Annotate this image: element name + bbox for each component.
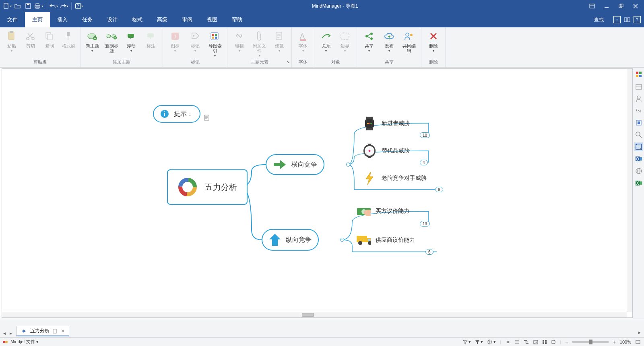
tab-insert[interactable]: 插入 (50, 12, 75, 27)
sp-search-icon[interactable] (634, 130, 643, 139)
delete-button[interactable]: 删除▾ (424, 29, 443, 54)
doc-tab-1[interactable]: 五力分析 ✕ (16, 326, 69, 336)
format-painter-button[interactable]: 格式刷 (60, 29, 78, 50)
view-outline-button[interactable] (515, 340, 520, 344)
target-button[interactable]: ▾ (487, 339, 496, 345)
file-menu-button[interactable]: Mindjet 文件 ▾ (10, 339, 39, 345)
publish-button[interactable]: 发布▾ (380, 29, 399, 54)
svg-text:24: 24 (534, 341, 537, 344)
sp-excel-icon[interactable]: X (634, 179, 643, 187)
icons-button[interactable]: 1图标▾ (165, 29, 185, 54)
tab-nav-left[interactable]: ◄► (2, 331, 13, 336)
collapse-handle[interactable] (346, 163, 350, 167)
svg-rect-43 (300, 39, 306, 41)
sp-user-icon[interactable] (634, 94, 643, 103)
sp-browser-icon[interactable] (634, 167, 643, 175)
arrow-right-icon (273, 159, 287, 170)
sp-markers-icon[interactable] (634, 70, 643, 79)
find-label[interactable]: 查找 (588, 12, 610, 27)
qat-save-button[interactable] (23, 1, 33, 11)
qat-help-button[interactable]: ?▾ (74, 1, 84, 11)
sp-fullscreen-icon[interactable] (634, 142, 643, 151)
tags-button[interactable]: 标记▾ (186, 29, 205, 54)
leaf-2[interactable]: 替代品威胁 (362, 144, 410, 158)
sp-outlook-icon[interactable]: O (634, 154, 643, 163)
attachment-button[interactable]: 附加文件▾ (250, 29, 269, 59)
zoom-level[interactable]: 100% (620, 340, 631, 344)
map-index-button[interactable]: 导图索引▾ (205, 29, 225, 59)
boundary-button[interactable]: 边界▾ (336, 29, 355, 54)
share-button[interactable]: 共享▾ (359, 29, 379, 54)
copy-button[interactable]: 复制 (41, 29, 59, 50)
qat-undo-button[interactable]: ▾ (49, 1, 58, 11)
tab-help[interactable]: 帮助 (225, 12, 250, 27)
qat-open-button[interactable] (13, 1, 23, 11)
leaf-1[interactable]: 新进者威胁 (362, 116, 410, 131)
filter-button[interactable]: ▾ (463, 339, 471, 344)
vertical-scrollbar[interactable] (627, 69, 632, 312)
notes-button[interactable]: 便笺▾ (270, 29, 289, 54)
view-map-button[interactable] (505, 340, 511, 344)
leaf-4[interactable]: 买方议价能力 (356, 204, 409, 218)
paste-button[interactable]: 粘贴▾ (2, 29, 21, 54)
filter2-button[interactable]: ▾ (475, 339, 483, 344)
canvas[interactable]: i 提示： 五力分析 横向竞争 纵向竞争 (2, 68, 633, 318)
zoom-in-button[interactable]: + (613, 339, 616, 345)
link-button[interactable]: 链接▾ (230, 29, 249, 54)
ribbon-group-topic-elements: 链接▾ 附加文件▾ 便笺▾ 主题元素⬊ (227, 27, 292, 67)
minimize-button[interactable] (602, 2, 611, 10)
dialog-launcher[interactable]: ⬊ (287, 60, 290, 64)
tab-review[interactable]: 审阅 (175, 12, 200, 27)
zoom-out-button[interactable]: − (565, 339, 568, 345)
leaf-5[interactable]: 供应商议价能力 (356, 233, 415, 247)
tab-nav-right[interactable]: ► (638, 330, 642, 335)
note-indicator-icon[interactable] (204, 115, 211, 121)
view-schedule-button[interactable]: 24 (533, 340, 538, 344)
link-panel-button[interactable] (624, 16, 630, 23)
info-icon: i (160, 109, 169, 118)
node-hint[interactable]: i 提示： (153, 105, 200, 123)
tab-task[interactable]: 任务 (75, 12, 100, 27)
sp-calendar-icon[interactable] (634, 82, 643, 91)
cut-button[interactable]: 剪切 (21, 29, 39, 50)
svg-point-32 (193, 35, 194, 37)
new-topic-button[interactable]: 新主题▾ (83, 29, 102, 54)
tab-advanced[interactable]: 高级 (150, 12, 175, 27)
tab-design[interactable]: 设计 (100, 12, 125, 27)
collapse-ribbon-button[interactable]: ↕ (613, 16, 621, 23)
qat-new-button[interactable]: ▾ (2, 1, 12, 11)
ribbon-group-font: A字体▾ 字体 (292, 27, 314, 67)
fit-button[interactable] (635, 340, 641, 344)
sp-link-icon[interactable] (634, 106, 643, 115)
relationship-button[interactable]: 关系▾ (317, 29, 335, 54)
tab-format[interactable]: 格式 (125, 12, 150, 27)
window-title: MindManager - 导图1 (86, 3, 584, 10)
maximize-button[interactable] (617, 2, 625, 10)
leaf-3[interactable]: 老牌竞争对手威胁 (362, 171, 427, 185)
floating-button[interactable]: 浮动▾ (122, 29, 141, 54)
close-button[interactable] (631, 2, 640, 10)
tab-view[interactable]: 视图 (200, 12, 225, 27)
doc-tab-close[interactable]: ✕ (61, 328, 65, 334)
font-button[interactable]: A字体▾ (294, 29, 312, 54)
zoom-slider[interactable] (572, 341, 609, 343)
tab-home[interactable]: 主页 (25, 12, 50, 27)
help-icon-button[interactable]: ? (634, 16, 641, 23)
node-central[interactable]: 五力分析 (167, 169, 248, 205)
sp-parts-icon[interactable] (634, 118, 643, 127)
qat-redo-button[interactable]: ▾ (59, 1, 69, 11)
view-icon-button[interactable] (542, 340, 547, 344)
callout-button[interactable]: 标注 (142, 29, 161, 50)
horizontal-scrollbar[interactable] (2, 312, 627, 317)
view-gantt-button[interactable] (524, 340, 529, 344)
node-branch1-label: 横向竞争 (291, 161, 317, 169)
tab-file[interactable]: 文件 (0, 12, 25, 27)
view-tag-button[interactable] (551, 340, 556, 344)
collapse-handle[interactable] (340, 238, 344, 242)
coedit-button[interactable]: 共同编辑 (399, 29, 419, 55)
ribbon-display-button[interactable] (588, 2, 597, 10)
node-branch1[interactable]: 横向竞争 (266, 154, 324, 175)
new-subtopic-button[interactable]: 新副标题 (103, 29, 122, 55)
qat-print-button[interactable]: ▾ (34, 1, 43, 11)
node-branch2[interactable]: 纵向竞争 (262, 229, 319, 251)
